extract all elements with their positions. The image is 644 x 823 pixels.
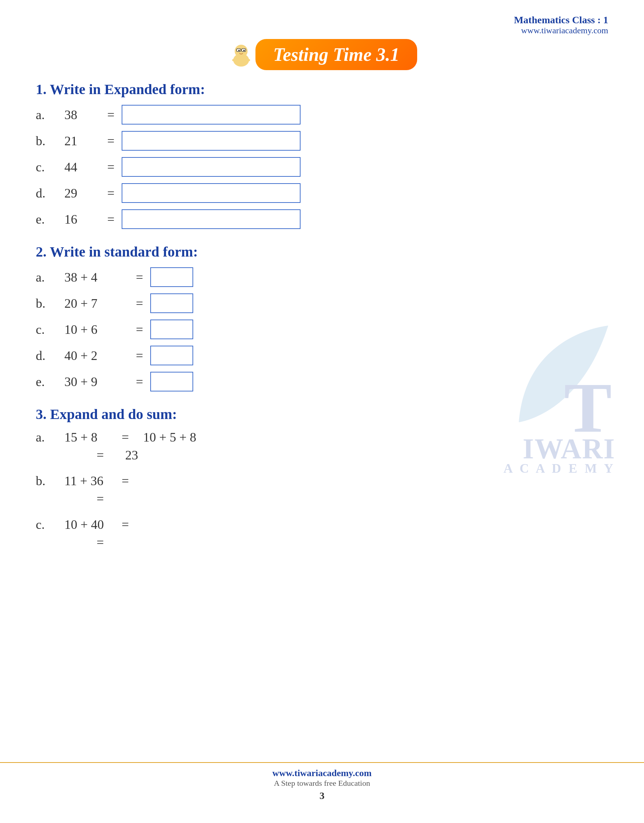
q1-d-number: 29 [64, 186, 100, 201]
q2-d-eq: = [129, 348, 150, 363]
q3-a-row1: a. 15 + 8 = 10 + 5 + 8 [36, 430, 608, 445]
q3-b-row2: = [36, 491, 608, 506]
q1-c: c. 44 = [36, 157, 608, 177]
section-2: 2. Write in standard form: a. 38 + 4 = b… [36, 243, 608, 391]
q3-b-expr: 11 + 36 [64, 474, 122, 489]
q2-e-eq: = [129, 374, 150, 389]
q2-c-eq: = [129, 322, 150, 337]
section-3-heading: 3. Expand and do sum: [36, 406, 608, 423]
header-text: Mathematics Class : 1 www.tiwariacademy.… [514, 14, 608, 35]
q1-d-label: d. [36, 186, 64, 201]
footer-tagline: A Step towards free Education [0, 779, 644, 788]
page: Mathematics Class : 1 www.tiwariacademy.… [0, 0, 644, 823]
footer-url: www.tiwariacademy.com [0, 768, 644, 779]
q2-e-expr: 30 + 9 [64, 374, 129, 389]
q1-c-eq: = [100, 159, 122, 175]
q3-b-eq1: = [122, 474, 143, 489]
q2-c-answer[interactable] [150, 320, 193, 339]
q1-a-number: 38 [64, 107, 100, 123]
q3-c-eq2: = [97, 535, 118, 550]
section-3: 3. Expand and do sum: a. 15 + 8 = 10 + 5… [36, 406, 608, 550]
q1-a: a. 38 = [36, 105, 608, 124]
header: Mathematics Class : 1 www.tiwariacademy.… [36, 14, 608, 35]
q2-b-expr: 20 + 7 [64, 296, 129, 311]
title-section: Testing Time 3.1 [36, 39, 608, 70]
q2-b-answer[interactable] [150, 293, 193, 313]
q1-c-answer[interactable] [122, 157, 301, 177]
q2-c-expr: 10 + 6 [64, 322, 129, 337]
q1-d-answer[interactable] [122, 183, 301, 203]
q2-d-label: d. [36, 348, 64, 363]
q1-b: b. 21 = [36, 131, 608, 151]
q3-c-eq1: = [122, 517, 143, 532]
q2-c-label: c. [36, 322, 64, 337]
footer-page: 3 [0, 790, 644, 802]
q3-a-eq1: = [122, 430, 143, 445]
q1-b-eq: = [100, 133, 122, 149]
q2-d: d. 40 + 2 = [36, 346, 608, 365]
q1-a-eq: = [100, 107, 122, 123]
q2-e-answer[interactable] [150, 372, 193, 391]
q3-a-result: 23 [125, 448, 138, 463]
q1-c-label: c. [36, 159, 64, 175]
svg-point-5 [243, 50, 245, 51]
q2-a-expr: 38 + 4 [64, 270, 129, 285]
q1-e-eq: = [100, 212, 122, 227]
q1-b-label: b. [36, 133, 64, 149]
q2-a-label: a. [36, 270, 64, 285]
q1-e: e. 16 = [36, 209, 608, 229]
q1-e-number: 16 [64, 212, 100, 227]
title-badge: Testing Time 3.1 [256, 39, 417, 70]
q3-b-eq2: = [97, 491, 118, 506]
q3-a-row2: = 23 [36, 448, 608, 463]
q2-c: c. 10 + 6 = [36, 320, 608, 339]
q1-a-label: a. [36, 107, 64, 123]
q1-e-label: e. [36, 212, 64, 227]
q2-d-expr: 40 + 2 [64, 348, 129, 363]
q3-b-row1: b. 11 + 36 = [36, 474, 608, 489]
q2-a-eq: = [129, 270, 150, 285]
q2-e: e. 30 + 9 = [36, 372, 608, 391]
header-title: Mathematics Class : 1 [514, 14, 608, 26]
q2-b-label: b. [36, 296, 64, 311]
mascot-icon [227, 40, 256, 69]
q3-c-row1: c. 10 + 40 = [36, 517, 608, 532]
q2-e-label: e. [36, 374, 64, 389]
q2-a: a. 38 + 4 = [36, 267, 608, 287]
section-1: 1. Write in Expanded form: a. 38 = b. 21… [36, 81, 608, 229]
header-url: www.tiwariacademy.com [514, 26, 608, 35]
q2-a-answer[interactable] [150, 267, 193, 287]
q1-b-number: 21 [64, 133, 100, 149]
footer: www.tiwariacademy.com A Step towards fre… [0, 762, 644, 802]
q3-a-expansion: 10 + 5 + 8 [143, 430, 196, 445]
q3-a-expr: 15 + 8 [64, 430, 122, 445]
svg-point-4 [238, 50, 240, 51]
q1-d: d. 29 = [36, 183, 608, 203]
q3-a-eq2: = [97, 448, 118, 463]
section-1-heading: 1. Write in Expanded form: [36, 81, 608, 98]
section-2-heading: 2. Write in standard form: [36, 243, 608, 260]
q1-e-answer[interactable] [122, 209, 301, 229]
q1-d-eq: = [100, 186, 122, 201]
q3-c-row2: = [36, 535, 608, 550]
q2-b: b. 20 + 7 = [36, 293, 608, 313]
title-text: Testing Time 3.1 [273, 44, 400, 65]
q1-c-number: 44 [64, 159, 100, 175]
q3-c-expr: 10 + 40 [64, 517, 122, 532]
q3-c-label: c. [36, 517, 64, 532]
q1-b-answer[interactable] [122, 131, 301, 151]
q2-b-eq: = [129, 296, 150, 311]
q2-d-answer[interactable] [150, 346, 193, 365]
q3-b-label: b. [36, 474, 64, 489]
q3-a-label: a. [36, 430, 64, 445]
q1-a-answer[interactable] [122, 105, 301, 124]
